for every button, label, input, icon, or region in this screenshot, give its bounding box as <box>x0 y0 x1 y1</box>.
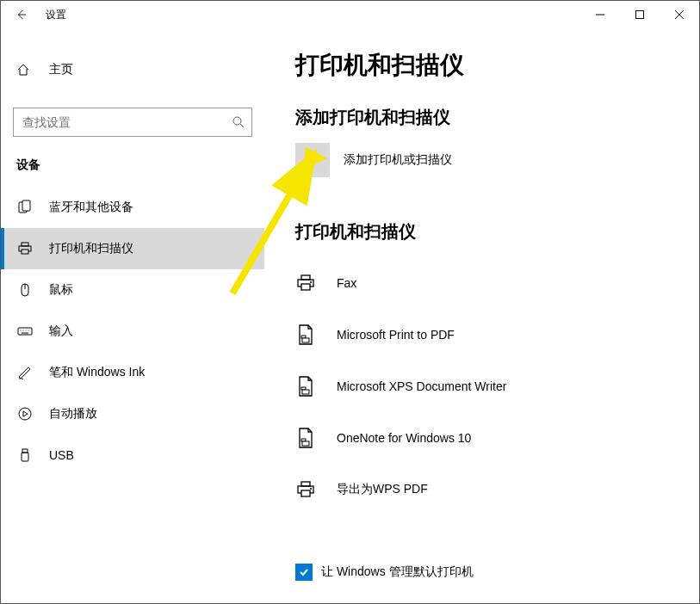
sidebar-item-pen[interactable]: 笔和 Windows Ink <box>1 352 264 393</box>
home-label: 主页 <box>49 62 73 77</box>
search-icon <box>232 115 245 129</box>
svg-point-35 <box>310 488 312 490</box>
svg-rect-22 <box>301 275 310 280</box>
printer-item-wps[interactable]: 导出为WPS PDF <box>295 464 699 515</box>
printer-item-onenote[interactable]: OneNote for Windows 10 <box>295 412 699 464</box>
svg-point-15 <box>23 330 24 331</box>
keyboard-icon <box>16 324 34 339</box>
svg-point-4 <box>233 117 241 125</box>
window-title: 设置 <box>46 8 66 22</box>
search-input[interactable] <box>13 108 252 137</box>
sidebar-item-mouse[interactable]: 鼠标 <box>1 269 264 311</box>
plus-icon: + <box>307 149 319 171</box>
checkbox-label: 让 Windows 管理默认打印机 <box>321 564 474 580</box>
nav-label: 蓝牙和其他设备 <box>49 200 133 215</box>
printer-icon <box>16 241 34 256</box>
category-title: 设备 <box>1 137 264 187</box>
svg-rect-7 <box>22 200 30 211</box>
svg-rect-10 <box>22 250 28 254</box>
home-icon <box>16 63 34 77</box>
printer-name: Microsoft XPS Document Writer <box>337 379 506 393</box>
printer-name: 导出为WPS PDF <box>337 482 428 497</box>
search-wrapper <box>13 108 252 137</box>
svg-rect-20 <box>22 449 28 453</box>
svg-rect-1 <box>636 11 644 19</box>
svg-point-25 <box>310 281 312 283</box>
default-printer-checkbox-row[interactable]: 让 Windows 管理默认打印机 <box>295 564 699 581</box>
nav-label: 笔和 Windows Ink <box>49 365 145 380</box>
svg-point-16 <box>26 330 27 331</box>
nav-list: 蓝牙和其他设备 打印机和扫描仪 鼠标 输入 <box>1 187 264 476</box>
svg-rect-29 <box>302 390 309 394</box>
add-section-title: 添加打印机和扫描仪 <box>295 106 699 129</box>
add-button[interactable]: + <box>295 143 330 177</box>
printer-name: OneNote for Windows 10 <box>337 431 471 445</box>
svg-rect-21 <box>22 453 28 461</box>
autoplay-icon <box>16 406 34 422</box>
svg-rect-8 <box>22 243 28 246</box>
svg-rect-13 <box>18 328 32 335</box>
printer-item-pdf[interactable]: Microsoft Print to PDF <box>295 309 699 361</box>
sidebar-item-autoplay[interactable]: 自动播放 <box>1 393 264 435</box>
bluetooth-icon <box>16 200 34 215</box>
svg-rect-24 <box>301 284 310 290</box>
add-label: 添加打印机或扫描仪 <box>344 152 452 168</box>
printer-icon <box>295 271 316 295</box>
printer-list: Fax Microsoft Print to PDF Microsoft XPS… <box>295 257 699 515</box>
sidebar-item-typing[interactable]: 输入 <box>1 311 264 352</box>
close-button[interactable] <box>660 1 699 28</box>
svg-point-17 <box>28 330 29 331</box>
nav-label: 自动播放 <box>49 406 97 422</box>
titlebar: 设置 <box>1 1 699 28</box>
list-section-title: 打印机和扫描仪 <box>295 220 699 243</box>
printer-item-xps[interactable]: Microsoft XPS Document Writer <box>295 361 699 412</box>
window-controls <box>580 1 699 28</box>
svg-point-19 <box>19 408 31 420</box>
nav-label: 输入 <box>49 324 73 339</box>
sidebar-item-bluetooth[interactable]: 蓝牙和其他设备 <box>1 187 264 228</box>
sidebar: 主页 设备 蓝牙和其他设备 打印机和扫描仪 <box>1 28 264 603</box>
svg-rect-31 <box>302 441 309 446</box>
back-button[interactable] <box>1 1 40 28</box>
printer-name: Microsoft Print to PDF <box>337 328 455 342</box>
printer-icon <box>295 478 316 502</box>
document-printer-icon <box>295 374 316 398</box>
minimize-button[interactable] <box>580 1 620 28</box>
add-printer-row[interactable]: + 添加打印机或扫描仪 <box>295 143 699 177</box>
sidebar-item-printers[interactable]: 打印机和扫描仪 <box>1 228 264 269</box>
main-content: 打印机和扫描仪 添加打印机和扫描仪 + 添加打印机或扫描仪 打印机和扫描仪 Fa… <box>264 28 699 603</box>
svg-rect-34 <box>301 490 310 496</box>
svg-rect-32 <box>301 482 310 486</box>
nav-label: 打印机和扫描仪 <box>49 241 133 256</box>
printer-item-fax[interactable]: Fax <box>295 257 699 309</box>
svg-line-5 <box>240 124 244 127</box>
home-link[interactable]: 主页 <box>1 52 264 87</box>
nav-label: USB <box>49 448 74 462</box>
printer-name: Fax <box>337 276 356 290</box>
maximize-button[interactable] <box>620 1 660 28</box>
nav-label: 鼠标 <box>49 282 73 298</box>
svg-point-14 <box>21 330 22 331</box>
document-printer-icon <box>295 323 316 347</box>
sidebar-item-usb[interactable]: USB <box>1 435 264 476</box>
checkbox-checked[interactable] <box>295 564 313 581</box>
svg-rect-27 <box>302 338 309 342</box>
mouse-icon <box>16 282 34 298</box>
pen-icon <box>16 365 34 380</box>
document-printer-icon <box>295 426 316 450</box>
usb-icon <box>16 447 34 463</box>
page-title: 打印机和扫描仪 <box>295 49 699 82</box>
